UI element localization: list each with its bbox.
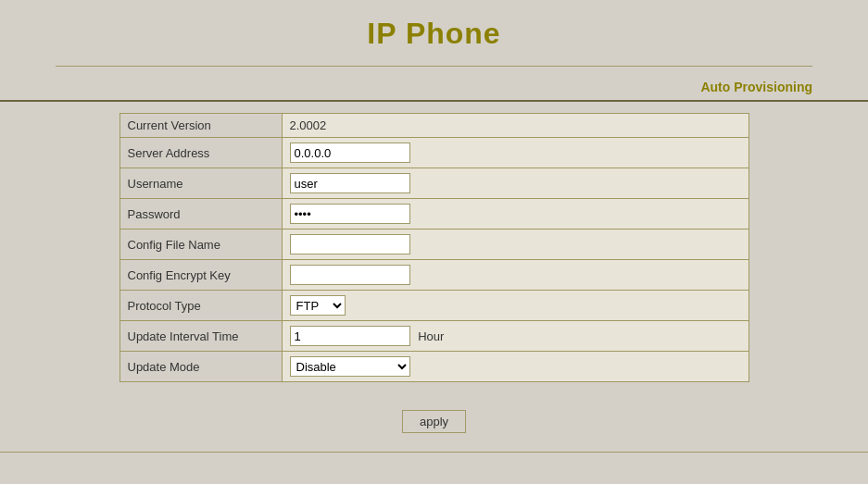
header-divider xyxy=(56,66,812,67)
label-current-version: Current Version xyxy=(120,114,282,138)
current-version-text: 2.0002 xyxy=(290,118,327,132)
value-protocol-type: FTP TFTP HTTP xyxy=(282,291,748,321)
page-title: IP Phone xyxy=(0,17,868,51)
label-update-interval-time: Update Interval Time xyxy=(120,321,282,352)
table-row: Config Encrypt Key xyxy=(120,260,748,291)
value-username xyxy=(282,168,748,199)
value-update-interval-time: Hour xyxy=(282,321,748,352)
value-password xyxy=(282,199,748,230)
subtitle-text: Auto Provisioning xyxy=(700,80,812,94)
table-row: Password xyxy=(120,199,748,230)
update-mode-select[interactable]: Disable Enable xyxy=(290,356,410,377)
table-row: Protocol Type FTP TFTP HTTP xyxy=(120,291,748,321)
protocol-type-select[interactable]: FTP TFTP HTTP xyxy=(290,295,346,316)
label-update-mode: Update Mode xyxy=(120,352,282,382)
hour-label: Hour xyxy=(418,329,444,343)
table-row: Username xyxy=(120,168,748,199)
config-encrypt-key-input[interactable] xyxy=(290,265,410,285)
header-section: IP Phone xyxy=(0,0,868,58)
label-config-file-name: Config File Name xyxy=(120,230,282,260)
value-server-address xyxy=(282,138,748,168)
label-password: Password xyxy=(120,199,282,230)
content-area: Current Version 2.0002 Server Address Us… xyxy=(0,102,868,393)
label-config-encrypt-key: Config Encrypt Key xyxy=(120,260,282,291)
footer-space xyxy=(0,453,868,484)
button-row: apply xyxy=(0,393,868,452)
label-server-address: Server Address xyxy=(120,138,282,168)
table-row: Current Version 2.0002 xyxy=(120,114,748,138)
value-update-mode: Disable Enable xyxy=(282,352,748,382)
server-address-input[interactable] xyxy=(290,143,410,163)
table-row: Update Mode Disable Enable xyxy=(120,352,748,382)
value-config-encrypt-key xyxy=(282,260,748,291)
label-protocol-type: Protocol Type xyxy=(120,291,282,321)
table-row: Update Interval Time Hour xyxy=(120,321,748,352)
table-row: Config File Name xyxy=(120,230,748,260)
apply-button[interactable]: apply xyxy=(402,410,466,433)
username-input[interactable] xyxy=(290,173,410,193)
value-config-file-name xyxy=(282,230,748,260)
form-table: Current Version 2.0002 Server Address Us… xyxy=(120,113,749,382)
password-input[interactable] xyxy=(290,204,410,224)
table-row: Server Address xyxy=(120,138,748,168)
page-wrapper: IP Phone Auto Provisioning Current Versi… xyxy=(0,0,868,484)
label-username: Username xyxy=(120,168,282,199)
value-current-version: 2.0002 xyxy=(282,114,748,138)
config-file-name-input[interactable] xyxy=(290,234,410,254)
subtitle-bar: Auto Provisioning xyxy=(0,74,868,100)
update-interval-time-input[interactable] xyxy=(290,326,410,346)
